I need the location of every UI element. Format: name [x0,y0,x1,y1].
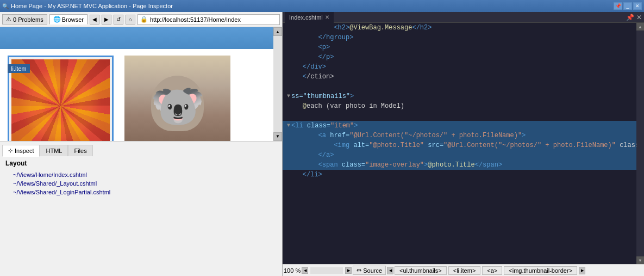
code-line-13: <img alt="@photo.Title" src="@Url.Conten… [283,140,644,150]
code-scroll-down[interactable]: ▼ [636,256,644,264]
minimize-button[interactable]: _ [623,2,632,10]
code-line-9: @each (var photo in Model) [283,101,644,111]
scroll-right-btn[interactable]: ▶ [345,267,352,274]
tab-files[interactable]: Files [68,145,92,156]
page-header-bar [0,27,282,49]
close-button[interactable]: ✕ [633,2,642,10]
element-tooltip: li.item [8,64,30,73]
code-scrollbar[interactable]: ▲ ▼ [636,23,644,264]
warning-icon: ⚠ [6,16,11,23]
home-button[interactable]: ⌂ [126,15,135,24]
photo-grid [0,49,282,141]
code-line-16: </li> [283,170,644,180]
bottom-status-bar: 100 % ◀ ▶ ⇔ Source ◀ <ul.thumbnails> <li… [283,264,644,276]
code-line-17 [283,180,644,189]
code-line-3: <p> [283,42,644,52]
code-line-6: </ction> [283,72,644,82]
layout-link-login[interactable]: ~/Views/Shared/_LoginPartial.cshtml [5,188,277,197]
pin-editor-icon[interactable]: 📌 [626,14,634,21]
left-panel: ⚠ 0 Problems 🌐 Browser ◀ ▶ ↺ ⌂ 🔒 http://… [0,12,283,276]
title-bar: 🔍 Home Page - My ASP.NET MVC Application… [0,0,644,12]
code-scroll-track [636,30,644,256]
bottom-tabs: ⊹ Inspect HTML Files ▼ [0,141,282,156]
editor-tab-bar: Index.cshtml ✕ 📌 ✕ [283,12,644,23]
expand-editor-icon[interactable]: ✕ [636,14,642,21]
editor-tools: 📌 ✕ [626,14,642,21]
editor-tab-close[interactable]: ✕ [325,14,329,20]
code-line-4: </p> [283,52,644,62]
scroll-down-button[interactable]: ▼ [273,132,282,141]
title-bar-controls: 📌 _ ✕ [614,2,642,10]
address-lock-icon: 🔒 [140,16,148,23]
browser-area: li.item [0,27,282,141]
toolbar: ⚠ 0 Problems 🌐 Browser ◀ ▶ ↺ ⌂ 🔒 http://… [0,12,282,27]
browser-button[interactable]: 🌐 Browser [49,14,87,24]
scroll-left-btn[interactable]: ◀ [302,267,308,274]
scroll-up-button[interactable]: ▲ [273,27,282,36]
browser-label: Browser [62,16,84,23]
code-line-1: <h2>@ViewBag.Message</h2> [283,23,644,33]
html-label: HTML [46,148,62,154]
koala-image [124,56,230,141]
inspect-icon: ⊹ [8,148,12,154]
editor-tab-label: Index.cshtml [289,14,323,21]
photo-item-2 [124,56,230,141]
horizontal-scroll-track [310,267,343,274]
code-line-15: <span class="image-overlay">@photo.Title… [283,160,644,170]
files-label: Files [74,148,86,154]
code-line-11: ▼ <li class="item"> [283,121,644,131]
code-area: <h2>@ViewBag.Message</h2> </hgroup> <p> … [283,23,644,264]
each-keyword: each (var photo in Model) [307,101,404,111]
koala-photo [124,56,230,141]
code-line-8: ▼ ss="thumbnails"> [283,91,644,101]
zoom-control: 100 % ◀ ▶ [284,267,352,274]
code-scroll-up[interactable]: ▲ [636,23,644,30]
zoom-level: 100 % [284,267,301,274]
breadcrumb-ul[interactable]: <ul.thumbnails> [395,266,447,275]
address-bar[interactable]: 🔒 http://localhost:51137/Home/Index [137,14,280,25]
tab-html[interactable]: HTML [40,145,68,156]
source-button[interactable]: ⇔ Source [353,266,386,275]
vertical-scrollbar[interactable]: ▲ ▼ [273,27,282,141]
pin-button[interactable]: 📌 [614,2,622,10]
right-panel: Index.cshtml ✕ 📌 ✕ <h2>@ViewBag.Message<… [283,12,644,276]
tab-inspect[interactable]: ⊹ Inspect [2,145,40,157]
code-line-7 [283,82,644,91]
refresh-button[interactable]: ↺ [114,15,123,24]
collapse-icon-11[interactable]: ▼ [287,121,290,131]
code-line-5: </div> [283,62,644,72]
code-line-10 [283,111,644,121]
breadcrumb-li[interactable]: <li.item> [448,266,481,275]
editor-tab-index[interactable]: Index.cshtml ✕ [285,12,334,23]
source-label: Source [363,267,382,274]
source-icon: ⇔ [357,267,361,274]
back-button[interactable]: ◀ [90,15,99,24]
browser-icon: 🌐 [53,16,61,23]
code-line-2: </hgroup> [283,33,644,42]
layout-link-layout[interactable]: ~/Views/Shared/_Layout.cshtml [5,179,277,188]
browser-content: li.item [0,27,282,141]
breadcrumb-a[interactable]: <a> [482,266,502,275]
problems-badge[interactable]: ⚠ 0 Problems [2,14,47,24]
inspect-label: Inspect [15,148,34,154]
main-container: ⚠ 0 Problems 🌐 Browser ◀ ▶ ↺ ⌂ 🔒 http://… [0,12,644,276]
layout-section: Layout ~/Views/Home/Index.cshtml ~/Views… [0,156,282,277]
forward-button[interactable]: ▶ [102,15,111,24]
app-icon: 🔍 [2,3,9,9]
breadcrumb-img[interactable]: <img.thumbnail-border> [504,266,577,275]
layout-link-index[interactable]: ~/Views/Home/Index.cshtml [5,170,277,179]
collapse-icon-8[interactable]: ▼ [287,91,290,101]
title-bar-left: 🔍 Home Page - My ASP.NET MVC Application… [2,3,173,9]
breadcrumb-scroll-right[interactable]: ▶ [579,267,585,274]
window-title: Home Page - My ASP.NET MVC Application -… [11,3,173,9]
layout-title: Layout [5,160,277,167]
problems-label: 0 Problems [13,16,43,23]
code-line-14: </a> [283,150,644,160]
address-text: http://localhost:51137/Home/Index [150,16,241,23]
tooltip-text: li.item [11,65,27,72]
breadcrumb-scroll-left[interactable]: ◀ [387,267,393,274]
code-line-12: <a href="@Url.Content("~/photos/" + phot… [283,131,644,140]
